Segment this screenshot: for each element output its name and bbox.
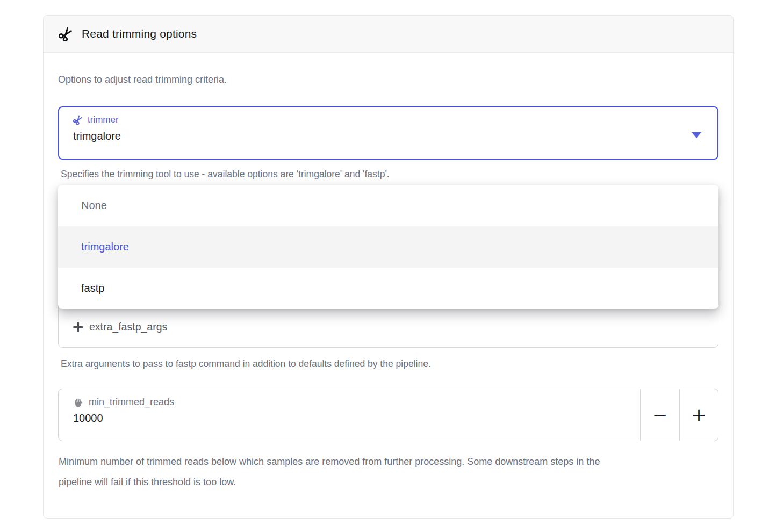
trimmer-label: trimmer xyxy=(88,114,119,125)
scissors-icon xyxy=(73,115,83,125)
extra-fastp-args-help-text: Extra arguments to pass to fastp command… xyxy=(61,358,431,370)
min-trimmed-reads-value: 10000 xyxy=(73,412,640,425)
scissors-icon xyxy=(59,27,73,41)
plus-icon xyxy=(73,321,84,333)
increment-button[interactable]: + xyxy=(680,389,718,441)
card-title: Read trimming options xyxy=(82,27,197,40)
read-trimming-options-card: Read trimming options Options to adjust … xyxy=(43,15,734,519)
min-trimmed-reads-help-text: Minimum number of trimmed reads below wh… xyxy=(59,451,634,492)
trimmer-help-text: Specifies the trimming tool to use - ava… xyxy=(61,169,390,180)
min-trimmed-reads-group: min_trimmed_reads 10000 − + xyxy=(58,389,718,441)
dropdown-option-fastp[interactable]: fastp xyxy=(58,268,718,309)
min-trimmed-reads-label: min_trimmed_reads xyxy=(89,397,174,408)
hand-icon xyxy=(73,397,84,408)
card-header: Read trimming options xyxy=(44,16,733,53)
decrement-button[interactable]: − xyxy=(641,389,680,441)
extra-fastp-args-label: extra_fastp_args xyxy=(89,321,167,333)
dropdown-option-none[interactable]: None xyxy=(58,185,718,226)
dropdown-option-trimgalore[interactable]: trimgalore xyxy=(58,226,718,268)
trimmer-selected-value: trimgalore xyxy=(73,130,717,142)
trimmer-select[interactable]: trimmer trimgalore xyxy=(58,106,718,160)
chevron-down-icon[interactable] xyxy=(692,132,701,138)
card-description: Options to adjust read trimming criteria… xyxy=(58,74,227,85)
min-trimmed-reads-input[interactable]: min_trimmed_reads 10000 xyxy=(58,389,641,441)
trimmer-dropdown-menu: None trimgalore fastp xyxy=(58,185,718,309)
